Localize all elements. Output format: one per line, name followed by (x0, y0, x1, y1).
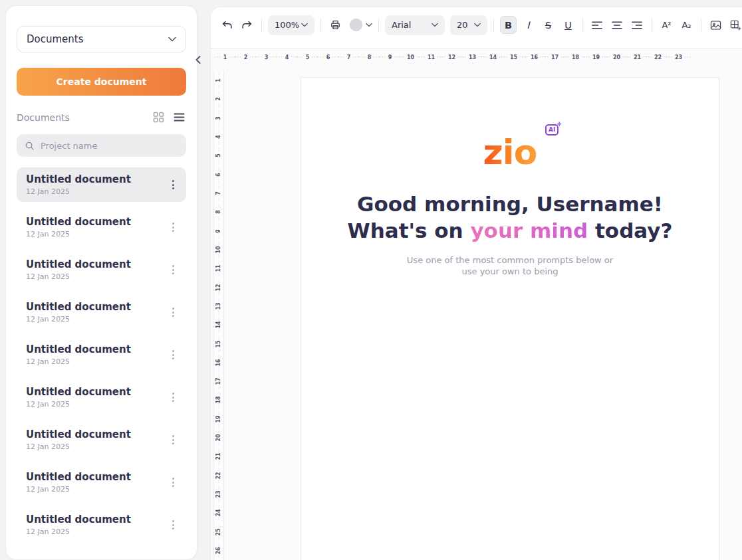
document-date: 12 Jan 2025 (26, 442, 131, 451)
document-kebab-menu-icon[interactable] (167, 516, 180, 533)
document-date: 12 Jan 2025 (26, 315, 131, 324)
document-title: Untitled document (26, 343, 131, 355)
insert-image-icon[interactable] (707, 16, 724, 34)
chevron-down-icon (432, 23, 438, 27)
subscript-button[interactable]: A₂ (678, 16, 695, 34)
document-kebab-menu-icon[interactable] (167, 176, 180, 193)
documents-section-label: Documents (17, 112, 70, 123)
document-list-item[interactable]: Untitled document12 Jan 2025 (17, 210, 186, 244)
greeting-subtitle: Use one of the most common prompts below… (301, 254, 719, 277)
document-list-item[interactable]: Untitled document12 Jan 2025 (17, 167, 186, 202)
ruler-mark: 1 (213, 71, 224, 90)
document-list-item[interactable]: Untitled document12 Jan 2025 (17, 422, 186, 457)
document-kebab-menu-icon[interactable] (167, 431, 180, 448)
greeting-heading: Good morning, Username! What's on your m… (301, 191, 719, 244)
document-text: Untitled document12 Jan 2025 (26, 386, 131, 409)
document-kebab-menu-icon[interactable] (167, 261, 180, 278)
text-color-picker[interactable] (350, 19, 372, 31)
document-list-item[interactable]: Untitled document12 Jan 2025 (17, 508, 186, 542)
ruler-mark: 5 (213, 146, 224, 165)
align-center-icon[interactable] (609, 16, 626, 34)
document-date: 12 Jan 2025 (26, 272, 131, 281)
underline-button[interactable]: U (560, 16, 576, 34)
document-text: Untitled document12 Jan 2025 (26, 216, 131, 238)
align-left-icon[interactable] (589, 16, 606, 34)
ruler-mark: 8 (359, 51, 380, 63)
document-kebab-menu-icon[interactable] (167, 346, 180, 363)
sidebar-collapse-button[interactable] (193, 53, 203, 66)
document-kebab-menu-icon[interactable] (167, 304, 180, 321)
strikethrough-button[interactable]: S (540, 16, 556, 34)
document-kebab-menu-icon[interactable] (167, 219, 180, 236)
toolbar-divider (320, 18, 321, 33)
document-list-item[interactable]: Untitled document12 Jan 2025 (17, 380, 186, 415)
document-list-item[interactable]: Untitled document12 Jan 2025 (17, 252, 186, 287)
ruler-mark: 19 (213, 410, 224, 428)
document-page[interactable]: zio AI + Good morning, Username! What's … (301, 77, 719, 560)
create-document-button[interactable]: Create document (17, 68, 186, 96)
ruler-mark: 24 (213, 504, 224, 522)
document-title: Untitled document (26, 386, 131, 398)
italic-button[interactable]: I (520, 16, 537, 34)
document-list-item[interactable]: Untitled document12 Jan 2025 (17, 465, 186, 500)
ruler-mark: 3 (256, 51, 277, 63)
search-field[interactable] (17, 134, 186, 157)
ai-badge-label: AI (549, 126, 555, 133)
document-kebab-menu-icon[interactable] (167, 474, 180, 491)
superscript-button[interactable]: A² (658, 16, 675, 34)
document-text: Untitled document12 Jan 2025 (26, 301, 131, 324)
document-title: Untitled document (26, 258, 131, 270)
ruler-mark: 22 (213, 466, 224, 485)
zio-logo: zio AI + (483, 135, 537, 169)
document-kebab-menu-icon[interactable] (167, 389, 180, 406)
align-right-icon[interactable] (629, 16, 646, 34)
ruler-mark: 15 (213, 334, 224, 353)
ai-badge: AI + (545, 124, 558, 136)
document-text: Untitled document12 Jan 2025 (26, 258, 131, 281)
vertical-ruler: 1234567891011121314151617181920212223242… (213, 71, 224, 560)
document-text: Untitled document12 Jan 2025 (26, 173, 131, 196)
ruler-mark: 16 (213, 353, 224, 372)
toolbar-divider (582, 18, 583, 33)
font-size-select[interactable]: 20 (450, 15, 487, 35)
ruler-mark: 2 (213, 90, 224, 108)
ruler-mark: 26 (213, 541, 224, 560)
workspace-dropdown[interactable]: Documents (17, 26, 186, 52)
redo-button[interactable] (239, 16, 255, 34)
document-title: Untitled document (26, 216, 131, 228)
toolbar-divider (701, 18, 701, 33)
subtitle-line-1: Use one of the most common prompts below… (301, 254, 719, 266)
ruler-mark: 23 (213, 485, 224, 504)
ruler-mark: 3 (213, 109, 224, 128)
document-date: 12 Jan 2025 (26, 187, 131, 196)
sidebar: Documents Create document Documents (5, 5, 197, 560)
font-family-select[interactable]: Arial (385, 15, 445, 35)
list-view-icon[interactable] (172, 111, 186, 124)
ruler-mark: 12 (213, 278, 224, 296)
document-list: Untitled document12 Jan 2025Untitled doc… (17, 167, 186, 550)
ruler-mark: 6 (213, 165, 224, 184)
zoom-select[interactable]: 100% (268, 15, 314, 35)
ruler-mark: 7 (213, 184, 224, 203)
ruler-mark: 23 (668, 51, 689, 63)
font-size-value: 20 (457, 20, 468, 30)
chevron-down-icon (301, 23, 308, 27)
toolbar-divider (652, 18, 652, 33)
document-title: Untitled document (26, 173, 131, 185)
undo-button[interactable] (219, 16, 235, 34)
grid-view-icon[interactable] (152, 110, 166, 124)
ruler-mark: 10 (213, 240, 224, 259)
bold-button[interactable]: B (500, 16, 517, 34)
text-color-icon (350, 19, 362, 31)
search-icon (25, 141, 35, 151)
search-input[interactable] (41, 141, 178, 151)
document-title: Untitled document (26, 513, 131, 525)
toolbar-divider (261, 18, 262, 33)
greeting-line-1: Good morning, Username! (301, 191, 719, 217)
insert-table-icon[interactable] (727, 16, 742, 34)
workspace-dropdown-label: Documents (27, 33, 84, 45)
document-date: 12 Jan 2025 (26, 485, 131, 494)
print-button[interactable] (327, 16, 344, 34)
document-list-item[interactable]: Untitled document12 Jan 2025 (17, 337, 186, 372)
document-list-item[interactable]: Untitled document12 Jan 2025 (17, 295, 186, 329)
